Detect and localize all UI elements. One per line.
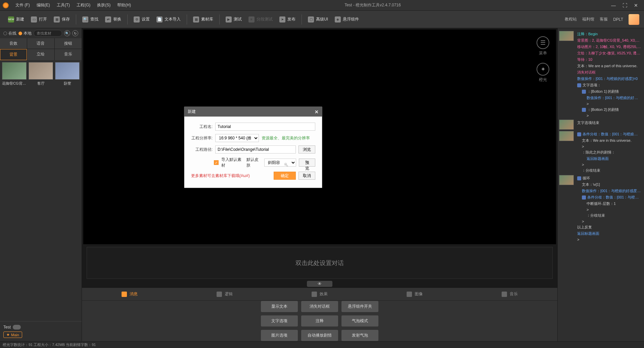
refresh-icon[interactable]: ↻ — [72, 30, 78, 36]
skin-select[interactable]: 斜阳容 — [264, 159, 296, 167]
preview-button[interactable]: 预览 — [299, 159, 315, 167]
script-line[interactable]: 移动图片：2, 10帧, X0, Y0, 透明255, 100%, 1 — [576, 44, 643, 50]
proj-toggle[interactable] — [13, 325, 21, 330]
script-line[interactable]: 以上反复 — [576, 224, 643, 230]
action-button[interactable]: 气泡模式 — [341, 315, 378, 327]
script-line[interactable]: 文本：\v[1] — [576, 181, 643, 188]
tab-sfx[interactable]: 音效 — [0, 38, 27, 49]
settings-button[interactable]: ⚙设置 — [130, 14, 153, 25]
menu-skin[interactable]: 换肤(S) — [94, 2, 114, 8]
tab-sprite[interactable]: 立绘 — [27, 49, 54, 60]
script-line[interactable]: 条件分歧：数值：[001：与橙娘的好感 — [576, 194, 643, 201]
script-line[interactable]: ：[Botton 1] 的剧情 — [576, 88, 643, 95]
script-line[interactable]: > — [576, 101, 643, 106]
script-line[interactable]: 立绘：3,柳丁少女-微笑, X525,Y0, 透明255, 10 — [576, 50, 643, 56]
action-button[interactable]: 消失对话框 — [301, 301, 338, 312]
script-line[interactable]: 条件分歧：数值：[001：与橙娘的好感度] — [576, 131, 643, 137]
script-line[interactable]: 循环 — [576, 175, 643, 181]
asset-item[interactable]: 花御骨CG背景... — [2, 62, 27, 87]
browse-button[interactable]: 浏览 — [298, 145, 315, 154]
online-radio[interactable]: 在线 — [3, 31, 16, 36]
script-line[interactable]: 中断循环-层数：1 — [576, 201, 643, 207]
script-line[interactable]: > — [576, 144, 643, 149]
cancel-button[interactable]: 取消 — [298, 172, 315, 180]
material-lib-button[interactable]: ▦素材库 — [190, 14, 217, 25]
tab-music[interactable]: 音乐 — [462, 288, 557, 300]
asset-item[interactable]: 客厅 — [29, 62, 53, 87]
welfare-link[interactable]: 福利馆 — [582, 16, 594, 22]
script-panel[interactable]: 注释：Begin背景图：2, 花御骨CG背景_540, X0,Y0, 透明0,移… — [557, 28, 644, 341]
tab-voice[interactable]: 语音 — [27, 38, 54, 49]
script-thumbnail[interactable] — [559, 31, 574, 41]
dialogue-box[interactable]: 双击此处设置对话 — [87, 247, 553, 279]
script-line[interactable]: ：除此之外的剧情： — [576, 149, 643, 156]
ok-button[interactable]: 确定 — [274, 172, 296, 180]
action-button[interactable]: 显示文本 — [261, 301, 298, 312]
tab-button[interactable]: 按钮 — [55, 38, 82, 49]
script-thumbnail[interactable] — [559, 175, 574, 185]
script-line[interactable]: 返回标题画面 — [576, 156, 643, 162]
menu-tool[interactable]: 工具(T) — [53, 2, 73, 8]
maximize-icon[interactable]: ⛶ — [623, 3, 627, 8]
search-input[interactable]: 查找素材 — [34, 30, 62, 37]
action-button[interactable]: 注释 — [301, 315, 338, 327]
script-line[interactable]: 文字选项： — [576, 82, 643, 88]
script-line[interactable]: > — [576, 237, 643, 242]
script-line[interactable]: 文字选项结束 — [576, 120, 643, 126]
adv-ui-button[interactable]: ▢高级UI — [305, 14, 331, 25]
main-scene-button[interactable]: ★Main — [3, 332, 22, 338]
tab-logic[interactable]: 逻辑 — [177, 288, 272, 300]
project-path-input[interactable] — [215, 145, 296, 154]
script-line[interactable]: > — [576, 219, 643, 224]
tab-image[interactable]: 图像 — [367, 288, 462, 300]
close-icon[interactable]: ✕ — [634, 3, 638, 8]
new-button[interactable]: NEW新建 — [5, 14, 28, 25]
script-line[interactable]: 等待：10 — [576, 56, 643, 63]
script-line[interactable]: > — [576, 113, 643, 118]
search-go-icon[interactable]: 🔍 — [64, 30, 70, 36]
dialog-close-icon[interactable]: ✕ — [315, 109, 319, 115]
script-line[interactable]: 文本：We are in this universe. — [576, 137, 643, 144]
menu-help[interactable]: 帮助(H) — [114, 2, 134, 8]
tab-music[interactable]: 音乐 — [55, 49, 82, 60]
action-button[interactable]: 悬浮组件开关 — [341, 301, 378, 312]
cs-link[interactable]: 客服 — [600, 16, 608, 22]
tab-bg[interactable]: 背景 — [0, 49, 27, 60]
stage-menu-button[interactable]: ☰菜单 — [537, 36, 549, 56]
action-button[interactable]: 图片选项 — [261, 330, 298, 341]
tab-message[interactable]: 消息 — [82, 288, 177, 300]
script-line[interactable]: > — [576, 207, 643, 212]
dplt-link[interactable]: DPLT — [613, 17, 623, 22]
script-line[interactable]: 数值操作：[001：与橙娘的好感度]=0 — [576, 76, 643, 82]
preview-eye-button[interactable]: 👁 — [307, 281, 332, 287]
script-line[interactable]: 背景图：2, 花御骨CG背景_540, X0,Y0, 透明0, — [576, 37, 643, 44]
float-comp-button[interactable]: ◈悬浮组件 — [331, 14, 362, 25]
script-thumbnail[interactable] — [559, 120, 574, 130]
script-line[interactable]: 消失对话框 — [576, 69, 643, 76]
open-button[interactable]: ▭打开 — [28, 14, 50, 25]
action-button[interactable]: 文字选项 — [261, 315, 298, 327]
script-line[interactable]: 数值操作：[001：与橙娘的好感度]+=1 — [576, 95, 643, 101]
dialog-titlebar[interactable]: 新建 ✕ — [184, 107, 322, 117]
resolution-select[interactable]: 16:9 960 * 540 (推荐) — [215, 134, 259, 142]
action-button[interactable]: 发射气泡 — [341, 330, 378, 341]
menu-edit[interactable]: 编辑(E) — [33, 2, 53, 8]
replace-button[interactable]: ⇄替换 — [102, 14, 125, 25]
script-thumbnail[interactable] — [559, 131, 574, 141]
stage-orange-button[interactable]: ✦橙光 — [537, 63, 549, 83]
script-line[interactable]: 注释：Begin — [576, 31, 643, 37]
script-line[interactable]: ：分歧结束 — [576, 212, 643, 219]
script-line[interactable]: 返回标题画面 — [576, 230, 643, 237]
menu-project[interactable]: 工程(G) — [73, 2, 94, 8]
script-line[interactable]: 文本：We are a part of this universe. — [576, 63, 643, 69]
import-default-checkbox[interactable]: ✓ — [214, 160, 218, 165]
asset-item[interactable]: 卧室 — [55, 62, 80, 87]
action-button[interactable]: 自动播放剧情 — [301, 330, 338, 341]
script-line[interactable]: > — [576, 162, 643, 167]
project-name-input[interactable] — [215, 123, 315, 131]
find-button[interactable]: 🔍查找 — [79, 14, 102, 25]
menu-file[interactable]: 文件 (F) — [12, 2, 33, 8]
script-line[interactable]: ：分歧结束 — [576, 167, 643, 174]
avatar[interactable] — [629, 14, 639, 25]
text-import-button[interactable]: 📄文本导入 — [153, 14, 184, 25]
